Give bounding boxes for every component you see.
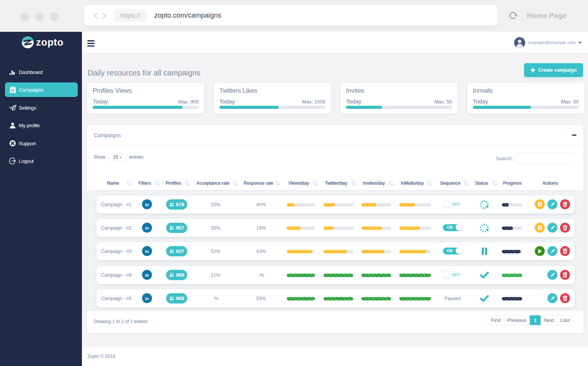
- svg-text:in: in: [145, 296, 149, 301]
- svg-text:in: in: [145, 273, 149, 277]
- svg-text:in: in: [145, 202, 149, 207]
- svg-text:in: in: [145, 249, 149, 254]
- svg-text:in: in: [145, 226, 149, 230]
